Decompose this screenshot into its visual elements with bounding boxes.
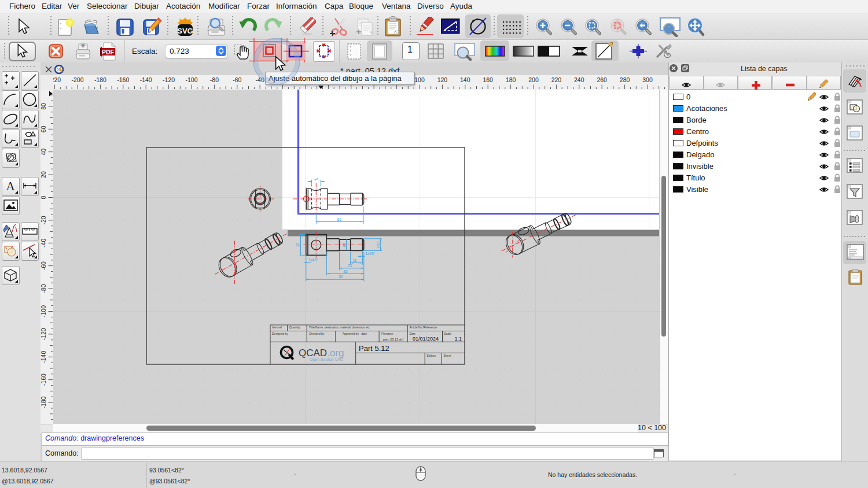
svg-text:Approved by - date: Approved by - date <box>343 332 367 335</box>
svg-text:Part 5.12: Part 5.12 <box>359 344 389 353</box>
svg-text:ø8: ø8 <box>314 178 319 181</box>
svg-text:1x45°: 1x45° <box>366 252 376 256</box>
svg-text:ø10: ø10 <box>376 241 380 248</box>
svg-text:Open Source CAD: Open Source CAD <box>310 357 343 362</box>
svg-text:10: 10 <box>296 243 300 247</box>
svg-text:Item ref: Item ref <box>272 326 282 329</box>
svg-text:Title/Name, destination, mater: Title/Name, destination, material, dimen… <box>309 326 370 329</box>
svg-text:ø9: ø9 <box>342 242 346 247</box>
svg-text:Designed by: Designed by <box>272 332 288 335</box>
svg-text:11: 11 <box>353 258 357 263</box>
svg-text:Filename: Filename <box>381 332 393 335</box>
svg-text:Article No./Reference: Article No./Reference <box>410 326 437 329</box>
svg-text:01/01/2024: 01/01/2024 <box>413 336 439 342</box>
svg-text:21: 21 <box>348 264 352 268</box>
svg-text:61: 61 <box>337 217 341 221</box>
svg-text:Scale: Scale <box>444 332 452 335</box>
svg-text:1:1: 1:1 <box>454 336 462 342</box>
svg-text:Quantity: Quantity <box>289 326 300 329</box>
svg-text:Date: Date <box>410 332 416 335</box>
svg-text:32: 32 <box>343 269 348 273</box>
svg-text:C: C <box>849 257 851 260</box>
svg-text:50: 50 <box>339 275 343 279</box>
svg-text:Checked by: Checked by <box>309 332 325 335</box>
svg-text:1x45°: 1x45° <box>308 258 318 262</box>
svg-text:Sheet: Sheet <box>444 354 452 357</box>
svg-text:part_05.12.dxf: part_05.12.dxf <box>383 338 404 341</box>
svg-text:Edition: Edition <box>427 354 436 357</box>
